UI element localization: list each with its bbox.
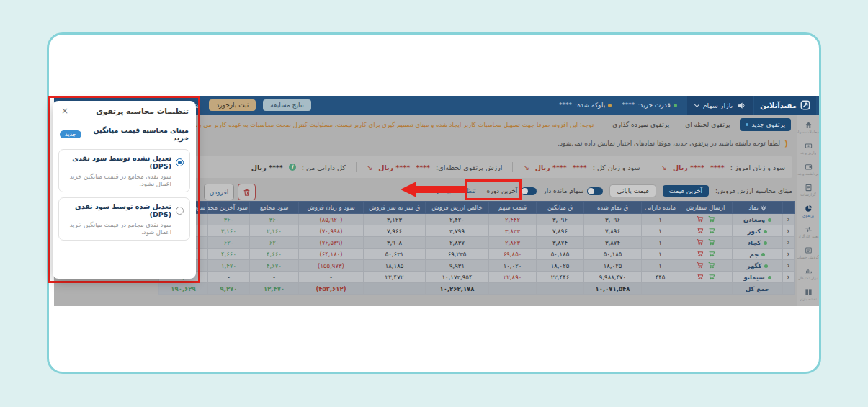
- buy-cart-icon[interactable]: [708, 227, 715, 236]
- radio-unselected-icon[interactable]: [176, 207, 184, 215]
- expand-chevron-icon[interactable]: ‹: [783, 249, 795, 260]
- option-card-unadjusted[interactable]: تعدیل نشده توسط سود نقدی (DPS) سود نقدی …: [58, 149, 190, 192]
- expand-chevron-icon[interactable]: ‹: [783, 237, 795, 249]
- annotation-arrow-left-icon: [401, 182, 467, 197]
- buying-power-value: ****: [622, 102, 635, 109]
- info-icon[interactable]: i: [289, 164, 296, 171]
- segment-closing-price[interactable]: قیمت پایانی: [609, 184, 656, 197]
- sidebar-item-home[interactable]: معاملات سهام: [797, 117, 819, 138]
- sidebar-item-statement[interactable]: گردش حساب: [797, 242, 819, 263]
- column-header-price[interactable]: قیمت سهم: [489, 202, 537, 214]
- sidebar-item-label: برداشت وجه: [797, 171, 818, 176]
- expand-chevron-icon[interactable]: ‹: [783, 225, 795, 237]
- buy-cart-icon[interactable]: [708, 215, 715, 224]
- cell-qty: ۱: [642, 260, 679, 272]
- add-button[interactable]: افزودن: [204, 184, 234, 200]
- table-row[interactable]: ‹کگهر۱۱۸,۰۲۵۱۸,۰۲۵۱۰,۰۲۰۹,۹۳۱۱۸,۱۸۵(۱۵۵,…: [159, 260, 795, 272]
- cell-net: ۲,۸۳۷: [426, 237, 489, 249]
- column-header-asm[interactable]: سود مجامع: [250, 202, 299, 214]
- column-header-symbol[interactable]: نماد: [733, 202, 783, 214]
- trend-down-icon: ↘: [523, 164, 529, 171]
- expand-chevron-icon[interactable]: ‹: [783, 260, 795, 272]
- symbol-cell: کچاد: [733, 237, 783, 249]
- table-row[interactable]: ‹کچاد۱۳,۸۷۴۳,۸۷۴۲,۸۶۳۲,۸۳۷۳,۹۰۸(۷۶,۵۳۹)۶…: [159, 237, 795, 249]
- sell-cart-icon[interactable]: [697, 238, 704, 247]
- table-row[interactable]: ‹جم۱۵۰,۱۸۵۵۰,۱۸۵۶۹,۸۵۰۶۹,۲۳۵۵۰,۶۳۱(۶۴,۱۸…: [159, 249, 795, 260]
- sidebar-item-label: گردش حساب: [797, 255, 819, 259]
- statement-icon: [805, 246, 813, 254]
- cell-avg: ۳,۸۷۴: [537, 237, 584, 249]
- contest-results-button[interactable]: نتایج مسابقه: [263, 99, 311, 111]
- table-row[interactable]: ‹کنور۱۷,۸۹۶۷,۸۹۶۳,۸۳۳۳,۷۹۹۷,۹۶۶(۷۰,۹۹۸)۲…: [159, 225, 795, 237]
- column-header-qty[interactable]: مانده دارایی: [642, 202, 679, 214]
- option-card-adjusted[interactable]: تعدیل شده توسط سود نقدی (DPS) سود نقدی م…: [58, 197, 190, 241]
- market-selector[interactable]: بازار سهام: [687, 96, 753, 115]
- column-header-chev[interactable]: [783, 202, 795, 214]
- table-row[interactable]: ‹سیمانو۴۴۵۹,۹۸۸,۴۷۰۲۲,۴۴۶۲۲,۸۹۰۱۰,۱۷۳,۹۵…: [159, 272, 795, 283]
- sidebar-item-switch[interactable]: تغییر کارگزار: [797, 221, 819, 242]
- sidebar-item-reports[interactable]: گزارشات: [797, 179, 819, 200]
- trash-icon: [243, 188, 251, 197]
- expand-chevron-icon[interactable]: ‹: [783, 272, 795, 283]
- table-row[interactable]: جمع کل۱۰,۰۷۱,۵۴۸۱۰,۲۶۲,۱۷۸(۴۵۳,۶۱۲)۱۲,۴۷…: [159, 283, 795, 295]
- column-header-brk[interactable]: ق سر به سر فروش: [364, 202, 426, 214]
- feedback-button[interactable]: ثبت بازخورد: [209, 99, 256, 111]
- buy-cart-icon[interactable]: [708, 273, 715, 282]
- status-dot-green: [674, 104, 677, 107]
- sidebar-item-wallet[interactable]: برداشت وجه: [797, 158, 819, 179]
- column-header-avg[interactable]: ق میانگین: [537, 202, 584, 214]
- chevron-down-icon: [694, 102, 699, 107]
- sidebar-item-deposit[interactable]: واریز وجه: [797, 138, 819, 158]
- column-header-cost[interactable]: ق تمام شده: [584, 202, 642, 214]
- last-period-toggle[interactable]: [521, 187, 537, 195]
- order-cell: [679, 260, 733, 272]
- toggle-label: سهام مانده دار: [543, 187, 583, 194]
- cell-brk: ۲۲,۴۷۲: [364, 272, 426, 283]
- tab-custody-portfolio[interactable]: پرتفوی سپرده گذاری: [607, 118, 675, 131]
- radio-selected-icon[interactable]: [176, 158, 184, 166]
- summary-value: ****: [710, 164, 725, 171]
- cell-price: ۲,۸۶۳: [489, 237, 537, 249]
- cell-last_asm: -: [208, 272, 250, 283]
- column-header-last_asm[interactable]: سود آخرین مجمع: [208, 202, 250, 214]
- sell-cart-icon[interactable]: [697, 215, 704, 224]
- close-icon[interactable]: ×: [60, 107, 70, 115]
- segment-last-price[interactable]: آخرین قیمت: [663, 185, 709, 197]
- buy-cart-icon[interactable]: [708, 250, 715, 259]
- buy-cart-icon[interactable]: [708, 261, 715, 270]
- cell-brk: ۷,۹۶۶: [364, 225, 426, 237]
- cell-brk: ۱۸,۱۸۵: [364, 260, 426, 272]
- expand-chevron-icon: [783, 283, 795, 295]
- tab-new-portfolio[interactable]: پرتفوی جدید: [740, 118, 791, 131]
- toggle-knob: [522, 188, 528, 194]
- remaining-shares-toggle[interactable]: [587, 187, 603, 195]
- cell-qty: ۱: [642, 214, 679, 225]
- sidebar-item-pie-chart[interactable]: پرتفوی: [797, 200, 819, 221]
- sell-cart-icon[interactable]: [697, 250, 704, 259]
- table-row[interactable]: ‹ومعادن۱۳,۰۹۶۳,۰۹۶۲,۴۴۲۲,۴۲۰۳,۱۲۳(۸۵,۹۲۰…: [159, 214, 795, 225]
- cell-asm: -: [250, 272, 299, 283]
- sidebar-item-chart[interactable]: ابزار تکنیکال: [797, 263, 819, 284]
- symbol-status-dot: [768, 276, 771, 279]
- symbol-cell: کگهر: [733, 260, 783, 272]
- column-header-order[interactable]: ارسال سفارش: [679, 202, 733, 214]
- expand-chevron-icon[interactable]: ‹: [783, 214, 795, 225]
- brand[interactable]: مفیدآنلاین: [754, 96, 816, 115]
- addon-warning-text: توجه: این افزونه صرفا جهت تسهیل محاسبات …: [189, 121, 594, 128]
- cell-asm: ۴,۶۶۰: [250, 249, 299, 260]
- sell-cart-icon[interactable]: [697, 261, 704, 270]
- cell-avg: ۳,۰۹۶: [537, 214, 584, 225]
- summary-value: **** ریال: [378, 164, 410, 171]
- sell-cart-icon[interactable]: [697, 227, 704, 236]
- delete-button[interactable]: [238, 184, 256, 200]
- cell-asm: ۶۲۰: [250, 237, 299, 249]
- option-notice-text: لطفا توجه داشته باشید در پرتفوی جدید، مو…: [558, 140, 780, 147]
- tab-live-portfolio[interactable]: پرتفوی لحظه ای: [679, 118, 735, 131]
- column-header-net[interactable]: خالص ارزش فروش: [426, 202, 489, 214]
- cell-net: ۹,۹۳۱: [426, 260, 489, 272]
- buy-cart-icon[interactable]: [708, 238, 715, 247]
- sell-cart-icon[interactable]: [697, 273, 704, 282]
- sidebar-item-label: گزارشات: [800, 192, 815, 197]
- column-header-pl_sale[interactable]: سود و زیان فروش: [299, 202, 364, 214]
- sidebar-item-grid[interactable]: نقشه بازار: [797, 284, 819, 305]
